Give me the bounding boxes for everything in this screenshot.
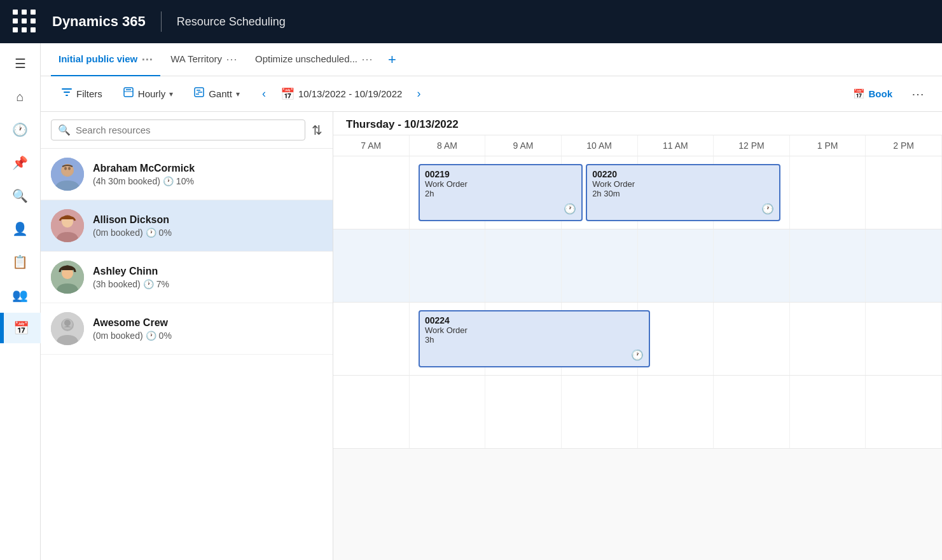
resource-meta-text-allison: (0m booked) [93,228,143,238]
clock-icon-abraham: 🕐 [163,176,174,186]
resource-meta-allison: (0m booked) 🕐 0% [93,228,322,238]
topbar-divider [161,11,162,32]
tab-wa-territory[interactable]: WA Territory ⋯ [163,43,245,76]
resource-item-abraham[interactable]: Abraham McCormick (4h 30m booked) 🕐 10% [41,149,333,200]
sidenav-person-add[interactable]: 👤 [5,214,36,244]
search-input[interactable] [76,125,298,135]
wo-00219-type: Work Order [425,179,576,189]
resource-item-allison[interactable]: Allison Dickson (0m booked) 🕐 0% [41,200,333,252]
resource-name-crew: Awesome Crew [93,317,322,329]
book-button[interactable]: 📅 Book [844,85,902,104]
group-icon: 👥 [12,287,28,303]
gantt-time-header: 7 AM 8 AM 9 AM 10 AM 11 AM 12 PM 1 PM 2 … [333,135,942,156]
wo-00219-duration: 2h [425,189,576,198]
sidenav-document[interactable]: 📋 [5,247,36,277]
time-10am: 10 AM [562,135,638,156]
gantt-cell-2pm-ashley [866,303,942,375]
gantt-cell-1pm-crew [790,376,866,448]
date-range-label: 10/13/2022 - 10/19/2022 [298,88,402,99]
next-date-button[interactable]: › [407,83,430,106]
sidenav-recent[interactable]: 🕐 [5,114,36,145]
wo-00219-number: 00219 [425,169,576,179]
tabs-bar: Initial public view ⋯ WA Territory ⋯ Opt… [41,43,942,76]
tab-initial-public[interactable]: Initial public view ⋯ [51,43,160,76]
work-block-00224[interactable]: 00224 Work Order 3h 🕐 [419,310,650,367]
gantt-cell-2pm-crew [866,376,942,448]
sidenav-people-search[interactable]: 🔍 [5,181,36,211]
people-search-icon: 🔍 [12,188,28,203]
time-11am: 11 AM [638,135,714,156]
resource-info-allison: Allison Dickson (0m booked) 🕐 0% [93,214,322,238]
sort-icon[interactable]: ⇅ [312,123,322,138]
gantt-cell-2pm-abraham [866,156,942,229]
time-8am: 8 AM [410,135,486,156]
tab-optimize[interactable]: Optimize unscheduled... ⋯ [247,43,380,76]
gantt-row-allison [333,229,942,303]
tab-initial-public-label: Initial public view [59,53,137,64]
resource-item-ashley[interactable]: Ashley Chinn (3h booked) 🕐 7% [41,252,333,303]
sidenav-home[interactable]: ⌂ [5,81,36,112]
gantt-cell-8am-allison [410,229,486,302]
wo-00220-type: Work Order [592,179,774,189]
tab-initial-public-more[interactable]: ⋯ [141,52,153,66]
toolbar-more-button[interactable]: ⋯ [906,86,929,102]
clock-icon-crew: 🕐 [146,331,156,341]
sidenav-hamburger[interactable]: ☰ [5,48,36,79]
gantt-cell-8am-crew [410,376,486,448]
tab-wa-territory-more[interactable]: ⋯ [226,52,237,66]
wo-00220-number: 00220 [592,169,774,179]
resource-panel: 🔍 ⇅ [41,112,333,560]
gantt-row-crew [333,376,942,449]
work-block-00219[interactable]: 00219 Work Order 2h 🕐 [419,164,583,221]
filters-button[interactable]: Filters [53,83,110,105]
filters-label: Filters [76,88,102,99]
resource-meta-text-abraham: (4h 30m booked) [93,176,160,186]
filter-icon [61,86,73,101]
gantt-button[interactable]: Gantt ▾ [186,83,247,105]
app-grid-icon[interactable] [13,10,37,34]
hourly-button[interactable]: Hourly ▾ [115,83,181,105]
resource-util-ashley: 7% [156,279,169,289]
resource-name-abraham: Abraham McCormick [93,163,322,174]
sidenav: ☰ ⌂ 🕐 📌 🔍 👤 📋 👥 📅 [0,43,41,560]
sidenav-pin[interactable]: 📌 [5,147,36,178]
prev-date-button[interactable]: ‹ [253,83,275,106]
calendar-range-icon: 📅 [281,87,294,101]
gantt-cell-7am-ashley [333,303,410,375]
resource-name-ashley: Ashley Chinn [93,266,322,277]
time-7am: 7 AM [333,135,410,156]
sidenav-group[interactable]: 👥 [5,280,36,310]
wo-00224-clock-icon: 🕐 [631,349,644,361]
sidenav-calendar[interactable]: 📅 [0,313,41,343]
person-add-icon: 👤 [12,221,28,236]
tab-optimize-more[interactable]: ⋯ [361,52,373,66]
gantt-row-abraham: 00219 Work Order 2h 🕐 00220 Work Order 2… [333,156,942,229]
search-input-wrap[interactable]: 🔍 [51,120,305,140]
search-bar-row: 🔍 ⇅ [41,112,333,149]
hourly-label: Hourly [138,88,165,99]
resource-meta-abraham: (4h 30m booked) 🕐 10% [93,176,322,186]
gantt-cell-2pm-allison [866,229,942,302]
avatar-crew [51,312,84,345]
gantt-row-ashley: 00224 Work Order 3h 🕐 [333,303,942,376]
resource-item-crew[interactable]: Awesome Crew (0m booked) 🕐 0% [41,303,333,355]
gantt-cell-12pm-allison [714,229,790,302]
main-layout: ☰ ⌂ 🕐 📌 🔍 👤 📋 👥 📅 Initia [0,43,942,560]
gantt-cell-1pm-ashley [790,303,866,375]
work-block-00220[interactable]: 00220 Work Order 2h 30m 🕐 [586,164,780,221]
wo-00220-clock-icon: 🕐 [761,203,774,215]
tab-add-button[interactable]: + [383,51,401,68]
document-icon: 📋 [12,254,28,270]
tab-wa-territory-label: WA Territory [170,53,222,64]
svg-point-11 [64,167,67,170]
time-12pm: 12 PM [714,135,790,156]
gantt-chevron: ▾ [236,90,240,99]
clock-icon-ashley: 🕐 [143,279,154,289]
gantt-cell-1pm-allison [790,229,866,302]
time-9am: 9 AM [485,135,562,156]
gantt-cell-7am-crew [333,376,410,448]
scheduler: 🔍 ⇅ [41,112,942,560]
svg-point-20 [64,320,71,326]
avatar-allison [51,209,84,242]
gantt-area: Thursday - 10/13/2022 7 AM 8 AM 9 AM 10 … [333,112,942,560]
